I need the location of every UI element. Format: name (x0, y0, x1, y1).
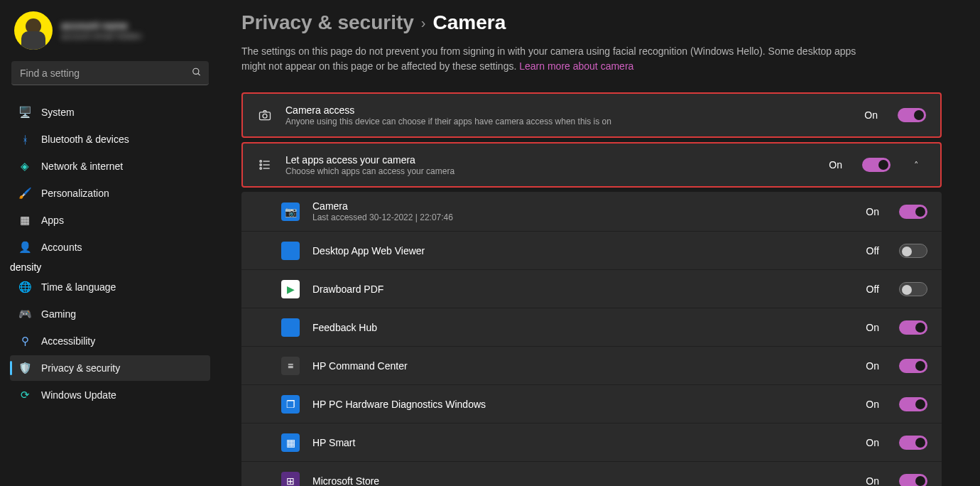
app-toggle[interactable] (899, 320, 927, 335)
app-text: CameraLast accessed 30-12-2022 | 22:07:4… (312, 200, 853, 222)
toggle-state-label: On (866, 399, 879, 410)
main-content: Privacy & security › Camera The settings… (220, 0, 980, 486)
app-toggle[interactable] (899, 397, 927, 411)
app-icon: ❐ (281, 395, 300, 414)
let-apps-row[interactable]: Let apps access your camera Choose which… (243, 144, 940, 186)
app-row[interactable]: Feedback HubOn (241, 308, 942, 347)
card-sub: Choose which apps can access your camera (285, 166, 816, 176)
sidebar-item-label: Network & internet (41, 161, 123, 172)
toggle-state-label: On (866, 475, 879, 487)
nav: 🖥️ System ᚼ Bluetooth & devices ◈ Networ… (10, 99, 210, 408)
accessibility-icon: ⚲ (18, 335, 31, 347)
breadcrumb-parent[interactable]: Privacy & security (241, 11, 414, 34)
sidebar-item-label: Personalization (41, 188, 109, 199)
search-wrap (11, 61, 209, 85)
camera-access-row[interactable]: Camera access Anyone using this device c… (243, 94, 940, 136)
sidebar-item-label: Accessibility (41, 335, 95, 347)
gaming-icon: 🎮 (18, 308, 31, 320)
card-text: Let apps access your camera Choose which… (285, 154, 816, 176)
chevron-right-icon: › (421, 15, 426, 31)
toggle-state-label: Off (866, 245, 879, 256)
sidebar-item-accessibility[interactable]: ⚲ Accessibility (10, 328, 210, 354)
app-row[interactable]: ❐HP PC Hardware Diagnostics WindowsOn (241, 385, 942, 423)
accounts-icon: 👤 (18, 241, 31, 254)
apps-icon: ▦ (18, 214, 31, 227)
profile-text: account name account email hidden (61, 20, 141, 41)
app-toggle[interactable] (899, 282, 927, 296)
chevron-up-icon[interactable]: ˄ (906, 160, 926, 171)
sidebar-item-apps[interactable]: ▦ Apps (10, 207, 210, 233)
globe-icon: 🌐 (18, 281, 31, 293)
app-toggle[interactable] (899, 359, 927, 373)
wifi-icon: ◈ (18, 160, 31, 173)
app-text: HP PC Hardware Diagnostics Windows (312, 399, 853, 410)
svg-point-0 (193, 68, 199, 74)
toggle-state-label: On (866, 360, 879, 372)
sidebar-item-bluetooth[interactable]: ᚼ Bluetooth & devices (10, 126, 210, 152)
card-text: Camera access Anyone using this device c… (285, 104, 851, 126)
app-row[interactable]: Desktop App Web ViewerOff (241, 232, 942, 270)
app-name: HP Smart (312, 437, 853, 448)
app-row[interactable]: 📷CameraLast accessed 30-12-2022 | 22:07:… (241, 192, 942, 232)
card-title: Camera access (285, 104, 851, 116)
toggle-state-label: Off (866, 284, 879, 295)
app-text: HP Smart (312, 437, 853, 448)
bluetooth-icon: ᚼ (18, 133, 31, 146)
app-row[interactable]: ▶Drawboard PDFOff (241, 270, 942, 308)
app-text: Drawboard PDF (312, 284, 854, 295)
camera-icon (257, 107, 273, 123)
toggle-state-label: On (866, 437, 879, 448)
toggle-state-label: On (866, 206, 879, 217)
breadcrumb: Privacy & security › Camera (241, 11, 942, 34)
card-sub: Anyone using this device can choose if t… (285, 117, 851, 126)
toggle-state-label: On (866, 322, 879, 333)
list-icon (257, 157, 273, 173)
sidebar-item-label: Bluetooth & devices (41, 134, 129, 145)
camera-access-toggle[interactable] (898, 108, 926, 122)
app-toggle[interactable] (899, 436, 927, 450)
app-name: Drawboard PDF (312, 284, 854, 295)
app-icon: ▦ (281, 433, 300, 452)
profile-block[interactable]: account name account email hidden (10, 10, 210, 61)
let-apps-card: Let apps access your camera Choose which… (241, 142, 942, 188)
app-icon: ≡ (281, 357, 300, 375)
app-name: HP Command Center (312, 360, 853, 372)
sidebar-item-time[interactable]: 🌐 Time & language (10, 274, 210, 300)
app-list: 📷CameraLast accessed 30-12-2022 | 22:07:… (241, 192, 942, 486)
page-title: Camera (432, 11, 506, 34)
app-name: Desktop App Web Viewer (312, 245, 854, 256)
app-toggle[interactable] (899, 205, 927, 219)
search-input[interactable] (11, 61, 209, 85)
sidebar-item-gaming[interactable]: 🎮 Gaming (10, 301, 210, 327)
sidebar-item-label: Privacy & security (41, 362, 120, 374)
search-icon[interactable] (192, 68, 202, 80)
app-text: Microsoft Store (312, 475, 853, 487)
svg-rect-2 (260, 112, 271, 120)
app-icon (281, 318, 300, 337)
sidebar: account name account email hidden 🖥️ Sys… (0, 0, 220, 486)
sidebar-item-accounts[interactable]: 👤 Accounts (10, 234, 210, 260)
svg-point-8 (260, 168, 262, 170)
learn-more-link[interactable]: Learn more about camera (519, 60, 633, 72)
page-description: The settings on this page do not prevent… (241, 44, 881, 74)
shield-icon: 🛡️ (18, 362, 31, 374)
app-row[interactable]: ⊞Microsoft StoreOn (241, 462, 942, 486)
profile-name: account name (61, 20, 141, 31)
sidebar-item-personalization[interactable]: 🖌️ Personalization (10, 180, 210, 206)
app-icon: ⊞ (281, 472, 300, 487)
app-toggle[interactable] (899, 474, 927, 487)
svg-point-4 (260, 161, 262, 163)
app-icon: ▶ (281, 280, 300, 298)
app-text: HP Command Center (312, 360, 853, 372)
sidebar-item-privacy[interactable]: 🛡️ Privacy & security (10, 355, 210, 381)
sidebar-item-label: Windows Update (41, 389, 116, 401)
app-row[interactable]: ≡HP Command CenterOn (241, 347, 942, 385)
let-apps-toggle[interactable] (862, 158, 891, 172)
sidebar-item-system[interactable]: 🖥️ System (10, 99, 210, 125)
app-toggle[interactable] (899, 244, 927, 258)
sidebar-item-update[interactable]: ⟳ Windows Update (10, 382, 210, 408)
app-row[interactable]: ▦HP SmartOn (241, 423, 942, 462)
app-icon: 📷 (281, 202, 300, 221)
sidebar-item-network[interactable]: ◈ Network & internet (10, 153, 210, 179)
svg-point-3 (263, 114, 267, 118)
